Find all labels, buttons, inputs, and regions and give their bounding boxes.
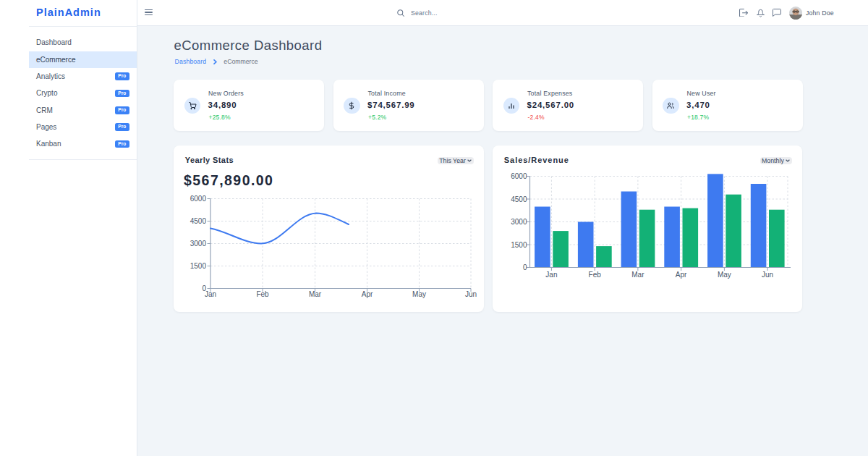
svg-text:4500: 4500	[511, 195, 527, 203]
svg-text:May: May	[412, 290, 426, 298]
svg-text:Mar: Mar	[309, 290, 322, 298]
svg-text:6000: 6000	[190, 195, 207, 203]
svg-text:Apr: Apr	[362, 290, 373, 298]
svg-text:3000: 3000	[190, 240, 207, 248]
svg-text:Jun: Jun	[762, 271, 773, 279]
svg-text:Jan: Jan	[205, 290, 216, 298]
svg-text:1500: 1500	[511, 241, 527, 249]
svg-text:Jun: Jun	[465, 290, 477, 298]
svg-text:Mar: Mar	[631, 271, 644, 279]
svg-text:1500: 1500	[190, 262, 207, 270]
svg-text:6000: 6000	[511, 172, 527, 180]
svg-text:Apr: Apr	[676, 271, 687, 279]
svg-text:3000: 3000	[511, 218, 527, 226]
svg-text:Jan: Jan	[545, 271, 557, 279]
svg-text:4500: 4500	[190, 217, 207, 225]
svg-text:Feb: Feb	[256, 290, 269, 298]
svg-text:May: May	[718, 271, 731, 279]
svg-text:0: 0	[523, 263, 527, 271]
svg-text:Feb: Feb	[589, 271, 602, 279]
